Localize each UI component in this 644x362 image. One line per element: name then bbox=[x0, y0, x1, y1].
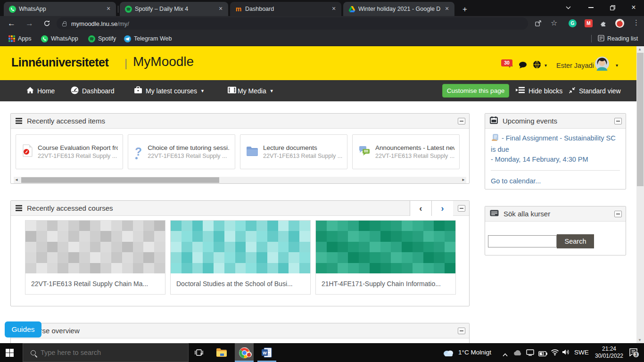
task-view-button[interactable] bbox=[190, 343, 208, 362]
scrollbar-thumb[interactable] bbox=[21, 177, 219, 183]
mosaic-cell bbox=[235, 221, 246, 231]
tab-spotify[interactable]: Spotify – Daily Mix 4 × bbox=[120, 2, 228, 16]
mosaic-cell bbox=[58, 221, 68, 231]
scroll-left-icon[interactable]: ◄ bbox=[15, 178, 18, 182]
next-courses-button[interactable]: › bbox=[431, 201, 453, 216]
chrome-button[interactable] bbox=[235, 343, 254, 362]
file-explorer-button[interactable] bbox=[212, 343, 231, 362]
course-card[interactable]: Doctoral Studies at the School of Busi..… bbox=[170, 220, 311, 295]
bookmark-apps[interactable]: Apps bbox=[8, 31, 32, 46]
close-icon[interactable]: × bbox=[217, 5, 224, 13]
grammarly-extension-icon[interactable]: G bbox=[569, 19, 577, 27]
close-icon[interactable]: × bbox=[105, 5, 112, 13]
drag-handle-icon[interactable] bbox=[16, 205, 22, 211]
window-restore-button[interactable] bbox=[602, 0, 623, 15]
nav-my-latest-courses[interactable]: My latest courses ▼ bbox=[134, 80, 205, 101]
nav-my-media[interactable]: My Media ▼ bbox=[227, 80, 274, 101]
course-name[interactable]: Doctoral Studies at the School of Busi..… bbox=[171, 273, 310, 294]
taskbar-search-input[interactable] bbox=[41, 349, 163, 356]
onedrive-icon[interactable] bbox=[513, 349, 522, 358]
nav-home[interactable]: Home bbox=[26, 80, 55, 101]
taskbar-search[interactable] bbox=[23, 343, 189, 362]
event-link[interactable]: - Final Assignment - Sustainability SC i… bbox=[491, 133, 620, 155]
weather-text[interactable]: 1°C Molnigt bbox=[458, 349, 491, 356]
user-name[interactable]: Ester Jayadi bbox=[556, 62, 594, 69]
action-center-icon[interactable]: 3 bbox=[629, 348, 638, 358]
tab-google-drive[interactable]: Winter holiday 2021 - Google Dri × bbox=[343, 2, 454, 16]
course-card[interactable]: 22VT-1FE613 Retail Supply Chain Ma... bbox=[25, 220, 165, 295]
previous-courses-button[interactable]: ‹ bbox=[410, 201, 431, 216]
forward-icon[interactable]: → bbox=[25, 19, 33, 28]
reload-icon[interactable] bbox=[43, 20, 50, 29]
window-close-button[interactable]: × bbox=[623, 0, 644, 15]
scrollbar-thumb[interactable] bbox=[637, 53, 644, 186]
mosaic-cell bbox=[111, 231, 122, 241]
keyboard-language[interactable]: SWE bbox=[574, 349, 589, 356]
recent-item-card[interactable]: Course Evaluation Report fro... 22VT-1FE… bbox=[16, 134, 123, 169]
recent-item-card[interactable]: Lecture documents 22VT-1FE613 Retail Sup… bbox=[240, 134, 347, 169]
battery-icon[interactable] bbox=[538, 350, 547, 358]
browser-profile-avatar[interactable] bbox=[615, 19, 624, 30]
messages-icon[interactable] bbox=[519, 61, 528, 71]
word-button[interactable]: W bbox=[257, 343, 276, 362]
tab-whatsapp[interactable]: WhatsApp × bbox=[4, 2, 116, 16]
window-minimize-button[interactable] bbox=[580, 0, 602, 15]
course-name[interactable]: 22VT-1FE613 Retail Supply Chain Ma... bbox=[25, 273, 165, 294]
volume-icon[interactable] bbox=[562, 349, 570, 357]
tray-chevron-up-icon[interactable] bbox=[503, 350, 508, 359]
standard-view-button[interactable]: Standard view bbox=[569, 80, 621, 101]
taskbar-clock[interactable]: 21:24 30/01/2022 bbox=[590, 346, 628, 360]
window-menu-chevron-icon[interactable] bbox=[560, 0, 576, 15]
bookmark-star-icon[interactable]: ☆ bbox=[551, 18, 557, 27]
hide-blocks-button[interactable]: Hide blocks bbox=[516, 80, 562, 101]
course-name[interactable]: 21HT-4FE171-Supply Chain Informatio... bbox=[316, 273, 455, 294]
back-icon[interactable]: ← bbox=[8, 19, 16, 28]
scroll-down-icon[interactable]: ▼ bbox=[638, 338, 642, 342]
chevron-down-icon[interactable]: ▾ bbox=[545, 63, 547, 68]
event-time[interactable]: - Monday, 14 February, 4:30 PM bbox=[491, 155, 620, 165]
customise-page-button[interactable]: Customise this page bbox=[442, 84, 509, 98]
drag-handle-icon[interactable] bbox=[16, 118, 22, 124]
browser-menu-icon[interactable]: ⋮ bbox=[633, 18, 640, 27]
chevron-down-icon[interactable]: ▾ bbox=[616, 63, 618, 68]
address-bar[interactable]: mymoodle.lnu.se/my/ bbox=[57, 17, 528, 30]
bookmark-label: Telegram Web bbox=[134, 35, 172, 42]
course-card[interactable]: 21HT-4FE171-Supply Chain Informatio... bbox=[315, 220, 456, 295]
wifi-icon[interactable] bbox=[551, 349, 559, 357]
course-search-button[interactable]: Search bbox=[557, 234, 594, 248]
go-to-calendar-link[interactable]: Go to calendar... bbox=[491, 176, 620, 186]
collapse-block-icon[interactable] bbox=[614, 118, 622, 124]
extensions-puzzle-icon[interactable] bbox=[600, 19, 608, 29]
course-search-input[interactable] bbox=[488, 235, 557, 247]
bookmark-whatsapp[interactable]: WhatsApp bbox=[41, 31, 78, 46]
bookmark-spotify[interactable]: Spotify bbox=[88, 31, 116, 46]
horizontal-scrollbar[interactable]: ◄ ► bbox=[14, 177, 466, 183]
collapse-block-icon[interactable] bbox=[458, 205, 465, 212]
avatar[interactable] bbox=[595, 57, 609, 73]
reading-list-button[interactable]: Reading list bbox=[598, 31, 638, 46]
collapse-block-icon[interactable] bbox=[458, 328, 465, 334]
recent-item-card[interactable]: Announcements - Latest news 22VT-1FE613 … bbox=[352, 134, 460, 169]
weather-cloud-icon[interactable] bbox=[442, 348, 454, 359]
scroll-up-icon[interactable]: ▲ bbox=[638, 47, 642, 51]
m-extension-icon[interactable]: M bbox=[585, 19, 593, 27]
wireless-display-icon[interactable] bbox=[526, 349, 534, 358]
collapse-block-icon[interactable] bbox=[458, 118, 465, 124]
divider bbox=[491, 170, 620, 171]
collapse-block-icon[interactable] bbox=[614, 211, 622, 217]
language-globe-icon[interactable] bbox=[533, 60, 541, 71]
bookmark-telegram[interactable]: Telegram Web bbox=[124, 31, 172, 46]
close-icon[interactable]: × bbox=[443, 5, 451, 13]
share-icon[interactable] bbox=[535, 20, 542, 29]
close-icon[interactable]: × bbox=[330, 5, 338, 13]
scroll-right-icon[interactable]: ► bbox=[462, 178, 465, 182]
guides-button[interactable]: Guides bbox=[5, 321, 41, 337]
nav-dashboard[interactable]: Dashboard bbox=[71, 80, 115, 101]
university-logo[interactable]: Linnéuniversitetet bbox=[11, 56, 108, 69]
start-button[interactable] bbox=[0, 343, 19, 362]
new-tab-button[interactable]: + bbox=[459, 4, 471, 15]
tab-dashboard-active[interactable]: m Dashboard × bbox=[230, 2, 341, 16]
browser-scrollbar[interactable]: ▲ ▼ bbox=[636, 46, 644, 343]
recent-item-card[interactable]: ? Choice of time tutoring sessi... 22VT-… bbox=[128, 134, 235, 169]
mosaic-cell bbox=[402, 231, 413, 241]
